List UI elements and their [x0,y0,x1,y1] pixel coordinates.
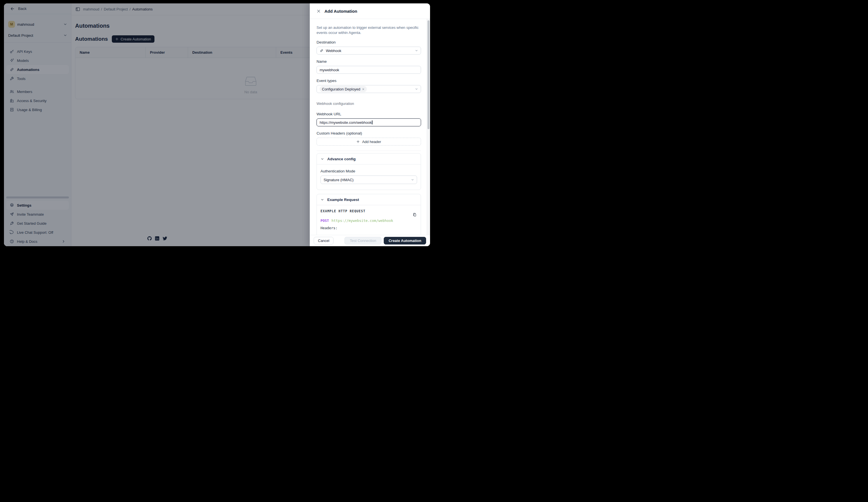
event-types-label: Event types [317,79,421,83]
webhook-url-input[interactable]: https://mywebsite.com/webhook [317,119,421,126]
advance-config-body: Authentication Mode Signature (HMAC) [317,164,421,190]
chevron-down-icon [320,157,324,161]
plus-icon [356,140,360,143]
auth-mode-label: Authentication Mode [320,169,417,173]
scrollbar-thumb[interactable] [427,20,430,129]
event-type-tag-label: Configuration Deployed [322,87,360,91]
name-label: Name [317,59,421,63]
drawer-title: Add Automation [324,9,357,13]
example-request-panel: Example Request EXAMPLE HTTP REQUEST POS… [317,194,421,235]
chevron-down-icon [411,178,414,181]
webhook-configuration-label: Webhook configuration [317,101,421,106]
advance-config-header[interactable]: Advance config [317,153,421,164]
drawer-description: Set up an automation to trigger external… [317,25,422,35]
drawer-scrollbar[interactable] [427,19,430,235]
event-types-select[interactable]: Configuration Deployed [317,85,421,93]
example-request-body: EXAMPLE HTTP REQUEST POSThttps://mywebsi… [317,205,421,235]
auth-mode-value: Signature (HMAC) [323,178,353,182]
tag-remove-icon[interactable] [362,88,364,90]
code-caption: EXAMPLE HTTP REQUEST [320,209,417,213]
code-request-line: POSThttps://mywebsite.com/webhook [320,219,417,223]
link-icon [320,49,323,52]
drawer-footer: Cancel Test Connection Create Automation [310,235,430,246]
destination-value: Webhook [326,49,341,53]
drawer-body: Set up an automation to trigger external… [310,19,430,235]
example-request-title: Example Request [327,198,359,202]
copy-icon[interactable] [413,213,417,217]
http-method: POST [320,219,329,223]
cancel-button[interactable]: Cancel [314,237,333,244]
custom-headers-label: Custom Headers (optional) [317,131,421,135]
code-headers-line: Headers: [320,226,417,230]
chevron-down-icon [320,198,324,202]
test-connection-button[interactable]: Test Connection [344,237,382,244]
advance-config-title: Advance config [327,157,356,161]
webhook-url-label: Webhook URL [317,112,421,116]
auth-mode-select[interactable]: Signature (HMAC) [320,175,417,184]
name-input[interactable]: mywebhook [317,66,421,74]
destination-select[interactable]: Webhook [317,47,421,54]
advance-config-panel: Advance config Authentication Mode Signa… [317,153,421,190]
request-url: https://mywebsite.com/webhook [331,219,393,223]
chevron-down-icon [415,87,418,91]
name-value: mywebhook [320,68,339,72]
add-header-button[interactable]: Add header [317,138,421,145]
chevron-down-icon [415,49,418,52]
example-request-header[interactable]: Example Request [317,194,421,205]
webhook-url-value: https://mywebsite.com/webhook [320,120,372,125]
app-window: Back M mahmoud Default Project API Keys … [4,3,430,246]
add-header-label: Add header [362,140,381,144]
text-caret [372,120,372,124]
divider [317,151,421,151]
drawer-header: Add Automation [310,3,430,19]
event-type-tag: Configuration Deployed [320,86,367,92]
add-automation-drawer: Add Automation Set up an automation to t… [310,3,430,246]
close-icon[interactable] [317,9,321,13]
destination-label: Destination [317,40,421,44]
create-automation-submit-button[interactable]: Create Automation [384,237,426,244]
